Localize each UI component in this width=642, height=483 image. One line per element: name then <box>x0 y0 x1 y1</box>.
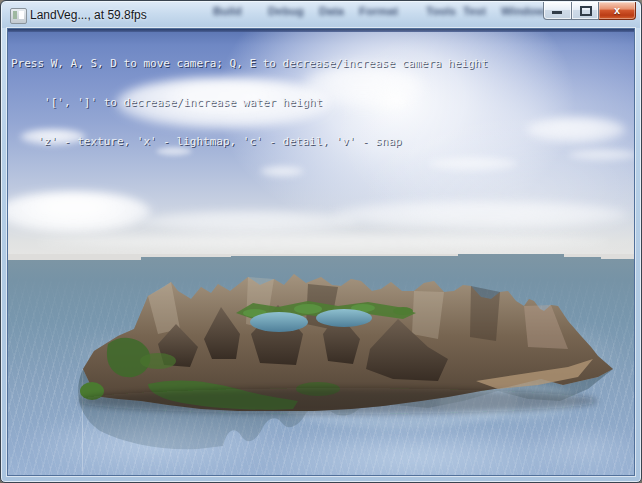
help-line: '[', ']' to decrease/increase water heig… <box>11 96 488 109</box>
blurred-menu-item: Tools <box>426 5 456 17</box>
blurred-menu-item: Data <box>319 5 344 17</box>
help-line: Press W, A, S, D to move camera; Q, E to… <box>11 57 488 70</box>
blurred-menu-item: Test <box>463 5 486 17</box>
blurred-menu-item: Format <box>359 5 398 17</box>
blurred-menu-item: Build <box>213 5 242 17</box>
app-window: Build Debug Data Format Tools Test Windo… <box>0 0 642 483</box>
controls-help-overlay: Press W, A, S, D to move camera; Q, E to… <box>11 31 488 174</box>
window-controls: x <box>543 2 636 20</box>
title-bar[interactable]: Build Debug Data Format Tools Test Windo… <box>2 2 640 28</box>
close-icon: x <box>599 4 635 16</box>
render-viewport[interactable]: Press W, A, S, D to move camera; Q, E to… <box>8 29 634 475</box>
close-button[interactable]: x <box>599 2 636 20</box>
help-line: 'z' - texture, 'x' - lightmap, 'c' - det… <box>11 135 488 148</box>
app-icon[interactable] <box>10 8 27 24</box>
island-above-water <box>78 274 613 414</box>
minimize-icon <box>552 11 562 14</box>
blurred-menu-item: Debug <box>268 5 304 17</box>
maximize-icon <box>580 6 592 16</box>
window-title: LandVeg..., at 59.8fps <box>30 8 147 22</box>
waterline-shadow <box>78 388 598 414</box>
minimize-button[interactable] <box>543 2 572 20</box>
maximize-button[interactable] <box>572 2 599 20</box>
blurred-menu-item: Window <box>501 5 545 17</box>
